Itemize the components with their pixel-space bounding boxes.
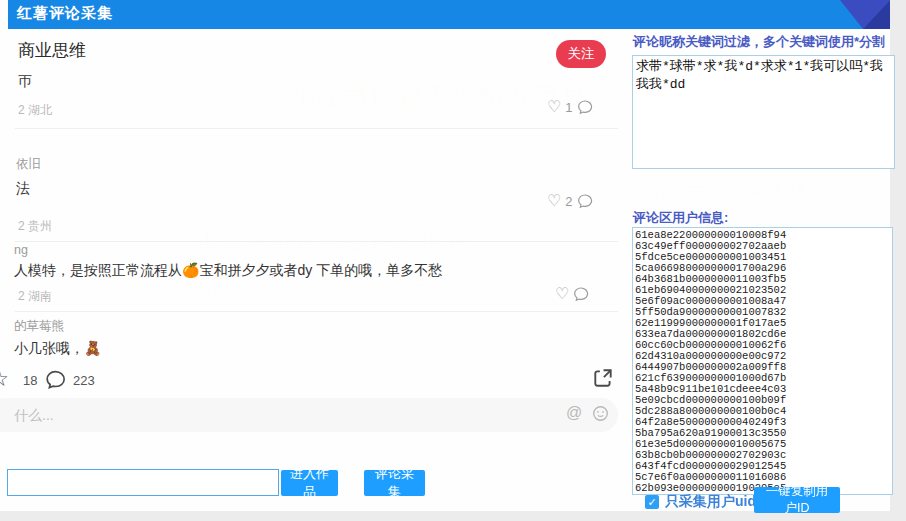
filter-keywords-label: 评论昵称关键词过滤，多个关键词使用*分割	[633, 33, 885, 51]
comment-text: 法	[16, 180, 30, 198]
comment-like-button[interactable]: ♡ 2	[547, 193, 593, 209]
comment-input-placeholder: 什么...	[14, 407, 54, 425]
divider	[15, 128, 618, 129]
like-count: 2	[565, 194, 572, 209]
comment-meta: 2 湖北	[18, 102, 52, 119]
comment-text: 帀	[18, 73, 32, 91]
comment-text: 小几张哦，🧸	[14, 340, 101, 358]
filter-keywords-textarea[interactable]: 求带*球带*求*我*d*求求*1*我可以吗*我我我*dd	[632, 55, 895, 169]
reply-bubble-icon[interactable]	[577, 99, 593, 115]
enter-note-button[interactable]: 进入作品	[281, 470, 338, 496]
post-author-name: 商业思维	[18, 39, 86, 62]
emoji-smiley-icon[interactable]	[592, 405, 609, 422]
collect-count: 18	[23, 373, 37, 388]
app-screenshot: 小红书协议采集精准用户 小红书协议采集精准用户 小红书协议采集精准用户 小红书协…	[0, 0, 906, 521]
corner-ribbon-decoration	[835, 0, 890, 29]
mention-at-icon[interactable]: @	[566, 404, 582, 422]
uid-only-checkbox[interactable]: ✓	[645, 495, 659, 509]
follow-button[interactable]: 关注	[556, 40, 606, 68]
comments-count: 223	[73, 373, 95, 388]
note-url-input[interactable]	[7, 469, 279, 496]
heart-icon[interactable]: ♡	[555, 286, 569, 302]
comment-text: 人模特，是按照正常流程从🍊宝和拼夕夕或者dy 下单的哦，单多不愁	[14, 262, 442, 280]
comment-like-button[interactable]: ♡ 1	[547, 99, 593, 115]
like-count: 1	[565, 100, 572, 115]
user-info-label: 评论区用户信息:	[633, 209, 728, 227]
comment-user-name: ng	[14, 243, 28, 257]
comment-meta: 2 贵州	[18, 218, 52, 235]
heart-icon[interactable]: ♡	[547, 99, 561, 115]
heart-icon[interactable]: ♡	[547, 193, 561, 209]
title-bar: 红薯评论采集	[8, 0, 890, 29]
uid-only-checkbox-label: 只采集用户uid	[665, 493, 756, 511]
user-id-list[interactable]: 61ea8e220000000010008f9463c49eff00000000…	[632, 227, 893, 495]
window-title: 红薯评论采集	[17, 4, 113, 23]
comments-bubble-icon[interactable]	[45, 369, 66, 390]
comment-meta: 2 湖南	[18, 288, 52, 305]
collect-star-icon[interactable]: ☆	[0, 368, 14, 392]
copy-user-ids-button[interactable]: 一键复制用户ID	[754, 487, 840, 513]
comment-input-bar[interactable]	[0, 398, 618, 432]
divider	[15, 311, 618, 312]
divider	[15, 241, 618, 242]
collect-comments-button[interactable]: 评论采集	[364, 470, 425, 496]
comment-feed-pane: 商业思维 关注 帀 2 湖北 ♡ 1 依旧 法 ♡ 2 2 贵州 ng 人模特，…	[0, 29, 630, 511]
reply-bubble-icon[interactable]	[573, 286, 589, 302]
comment-like-button[interactable]: ♡	[555, 286, 589, 302]
comment-user-name: 的草莓熊	[14, 318, 64, 335]
comment-user-name: 依旧	[16, 156, 41, 173]
reply-bubble-icon[interactable]	[577, 193, 593, 209]
open-external-icon[interactable]	[592, 367, 614, 389]
